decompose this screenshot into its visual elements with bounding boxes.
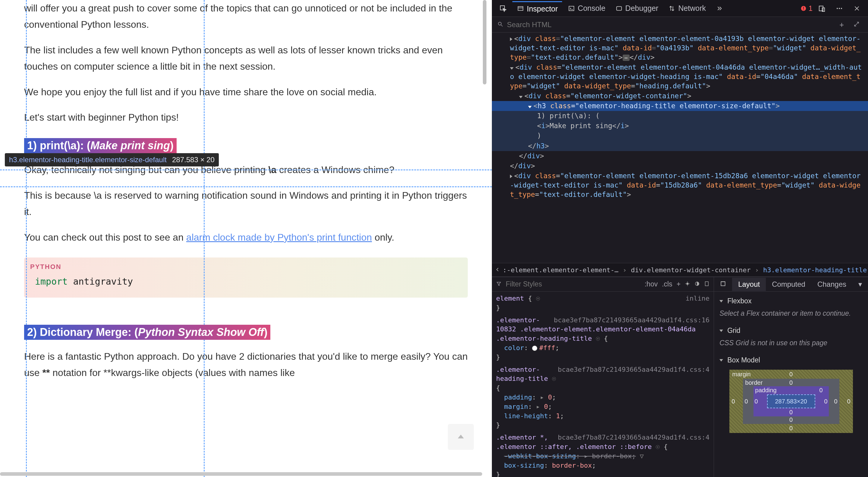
bm-value[interactable]: 0 [789, 379, 793, 386]
tab-changes[interactable]: Changes [811, 278, 852, 291]
debugger-icon [615, 4, 623, 12]
svg-rect-3 [569, 6, 574, 10]
breadcrumb-item[interactable]: div.elementor-widget-container [631, 266, 750, 274]
horizontal-scrollbar[interactable] [0, 472, 482, 476]
search-html-input[interactable] [507, 21, 833, 29]
bm-value[interactable]: 0 [847, 398, 850, 405]
devtools-bottom-panel: :hov .cls + element { ☉inline} bcae3ef7b… [492, 277, 868, 477]
tab-layout[interactable]: Layout [732, 278, 766, 291]
vertical-scrollbar[interactable] [483, 0, 487, 84]
css-rule[interactable]: bcae3ef7ba87c21493665aa4429ad1f4.css:16 … [496, 316, 710, 362]
kebab-menu-button[interactable] [831, 2, 847, 15]
dom-node-selected[interactable]: <h3 class="elementor-heading-title eleme… [492, 101, 868, 111]
css-property[interactable]: line-height [504, 412, 548, 420]
dom-node[interactable]: <div class="elementor-element elementor-… [492, 171, 868, 200]
css-value[interactable]: #fff [539, 344, 555, 352]
tab-computed[interactable]: Computed [766, 278, 811, 291]
add-node-button[interactable]: + [837, 19, 847, 30]
breadcrumb-back[interactable] [495, 266, 500, 274]
breadcrumb-item[interactable]: :-element.elementor-element-… [503, 266, 618, 274]
dom-text-node[interactable]: ) [492, 131, 868, 141]
error-indicator[interactable]: 1 [800, 4, 812, 13]
bm-margin[interactable]: margin 0 0 0 0 border 0 0 0 0 [730, 370, 853, 433]
rules-list[interactable]: element { ☉inline} bcae3ef7ba87c21493665… [492, 292, 714, 477]
css-rule[interactable]: bcae3ef7ba87c21493665aa4429ad1f4.css:4 .… [496, 365, 710, 430]
tab-more[interactable]: ▾ [852, 278, 868, 291]
css-value[interactable]: 0 [548, 393, 552, 401]
console-tab[interactable]: Console [563, 1, 610, 15]
css-property[interactable]: -webkit-box-sizing [504, 452, 576, 460]
bm-value[interactable]: 0 [789, 425, 793, 432]
light-dark-toggle[interactable] [685, 280, 690, 288]
css-value[interactable]: border-box [552, 461, 592, 469]
css-source[interactable]: bcae3ef7ba87c21493665aa4429ad1f4.css:16 [554, 316, 710, 325]
section-header[interactable]: Flexbox [719, 295, 863, 307]
css-property[interactable]: padding [504, 393, 532, 401]
expand-button[interactable] [850, 19, 863, 30]
bm-value[interactable]: 0 [834, 398, 837, 405]
color-swatch[interactable] [532, 346, 537, 351]
contrast-toggle[interactable] [694, 280, 700, 288]
dom-node[interactable]: <div class="elementor-widget-container"> [492, 91, 868, 101]
css-property[interactable]: box-sizing [504, 461, 544, 469]
dom-node[interactable]: <div class="elementor-element elementor-… [492, 34, 868, 62]
element-picker-button[interactable] [495, 2, 511, 15]
css-value[interactable]: border-box [592, 452, 632, 460]
tooltip-dimensions: 287.583 × 20 [172, 156, 215, 164]
cls-toggle[interactable]: .cls [662, 280, 673, 288]
hov-toggle[interactable]: :hov [645, 280, 658, 288]
section-header[interactable]: Grid [719, 324, 863, 337]
dom-text-node[interactable]: 1) print(\a): ( [492, 111, 868, 121]
layout-sidepanel: Layout Computed Changes ▾ Flexbox Select… [714, 277, 868, 477]
bm-value[interactable]: 0 [745, 398, 748, 405]
grid-hint: CSS Grid is not in use on this page [719, 337, 863, 351]
scroll-to-top-button[interactable] [448, 424, 474, 450]
sidepanel-icon-button[interactable] [714, 278, 732, 291]
section-header[interactable]: Box Model [719, 354, 863, 367]
css-source: inline [686, 294, 710, 303]
more-tabs-button[interactable] [711, 2, 727, 15]
inspector-tab[interactable]: Inspector [513, 1, 562, 16]
css-value[interactable]: 1 [556, 412, 560, 420]
filter-styles-input[interactable] [506, 280, 641, 288]
css-source[interactable]: bcae3ef7ba87c21493665aa4429ad1f4.css:4 [558, 433, 710, 442]
network-tab[interactable]: Network [664, 1, 710, 15]
bm-value[interactable]: 0 [755, 398, 758, 405]
bm-value[interactable]: 0 [789, 409, 793, 416]
dom-node[interactable]: <div class="elementor-element elementor-… [492, 62, 868, 91]
new-rule-button[interactable]: + [677, 280, 681, 288]
bm-value[interactable]: 0 [789, 416, 793, 423]
tab-label: Inspector [527, 4, 558, 13]
box-model-diagram[interactable]: margin 0 0 0 0 border 0 0 0 0 [719, 370, 863, 433]
inline-link[interactable]: alarm clock made by Python's print funct… [186, 232, 372, 243]
close-devtools-button[interactable] [849, 2, 865, 15]
dom-node-close[interactable]: </h3> [492, 141, 868, 151]
bm-padding[interactable]: padding 0 0 0 0 287.583×20 [753, 386, 829, 416]
bm-value[interactable]: 0 [732, 398, 735, 405]
bm-value[interactable]: 0 [819, 387, 823, 394]
dom-tree[interactable]: <div class="elementor-element elementor-… [492, 33, 868, 263]
css-source[interactable]: bcae3ef7ba87c21493665aa4429ad1f4.css:4 [558, 365, 710, 375]
bm-content[interactable]: 287.583×20 [767, 394, 815, 408]
breadcrumb-item-current[interactable]: h3.elementor-heading-title.elementor-siz… [763, 266, 868, 274]
bm-value[interactable]: 0 [824, 398, 827, 405]
css-property[interactable]: margin [504, 403, 528, 410]
debugger-tab[interactable]: Debugger [611, 1, 663, 15]
css-value[interactable]: 0 [544, 403, 548, 410]
code-language-label: PYTHON [30, 263, 462, 271]
dom-node-close[interactable]: </div> [492, 151, 868, 161]
sidepanel-tabs: Layout Computed Changes ▾ [714, 277, 868, 292]
print-toggle[interactable] [704, 280, 710, 288]
css-property[interactable]: color [504, 344, 524, 352]
responsive-mode-button[interactable] [814, 2, 830, 15]
bm-border[interactable]: border 0 0 0 0 padding 0 0 0 [743, 379, 839, 424]
css-rule[interactable]: bcae3ef7ba87c21493665aa4429ad1f4.css:4 .… [496, 433, 710, 477]
bm-value[interactable]: 0 [789, 371, 793, 378]
layout-body: Flexbox Select a Flex container or item … [714, 292, 868, 477]
dom-node-close[interactable]: </div> [492, 161, 868, 171]
dom-node[interactable]: <i>Make print sing</i> [492, 121, 868, 131]
css-selector: element [496, 295, 528, 302]
paragraph: We hope you enjoy the full list and if y… [24, 84, 468, 100]
css-rule[interactable]: element { ☉inline} [496, 294, 710, 313]
devtools-toolbar: Inspector Console Debugger Network 1 [492, 0, 868, 17]
